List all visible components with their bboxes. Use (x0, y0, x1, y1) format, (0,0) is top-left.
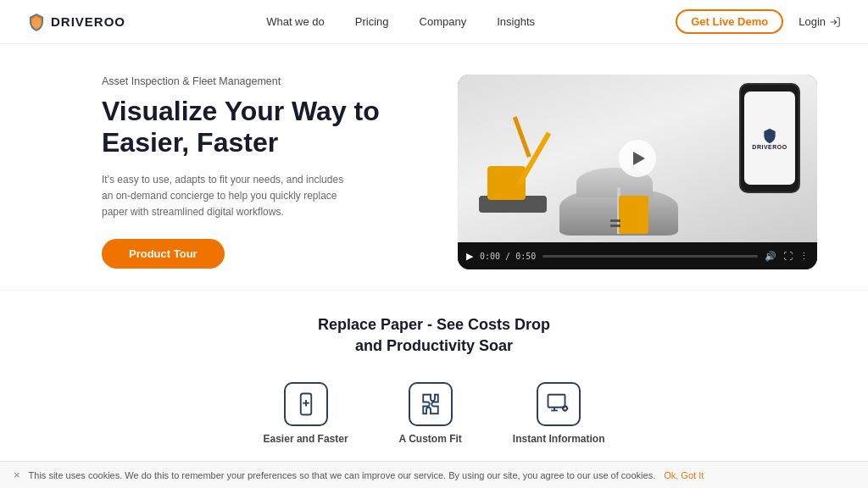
phone-plus-icon (293, 391, 319, 417)
navbar: DRIVEROO What we do Pricing Company Insi… (0, 0, 868, 44)
login-icon (829, 16, 841, 28)
replace-paper-section: Replace Paper - See Costs Dropand Produc… (0, 290, 868, 365)
cookie-bar: × This site uses cookies. We do this to … (0, 461, 868, 488)
video-controls-icons: 🔊 ⛶ ⋮ (765, 251, 809, 262)
nav-what-we-do[interactable]: What we do (266, 15, 325, 28)
video-progress-bar[interactable] (542, 255, 758, 258)
hero-section: Asset Inspection & Fleet Management Visu… (0, 44, 868, 290)
nav-company[interactable]: Company (420, 15, 467, 28)
volume-icon[interactable]: 🔊 (765, 251, 776, 262)
feature-custom-label: A Custom Fit (399, 433, 462, 445)
excavator-graphic (475, 158, 551, 225)
monitor-gear-icon (546, 391, 571, 417)
video-play-button[interactable] (619, 140, 656, 177)
features-row: Easier and Faster A Custom Fit Instant I… (0, 365, 868, 445)
video-play-icon[interactable]: ▶ (466, 251, 473, 262)
feature-custom-icon (409, 382, 453, 426)
hero-video[interactable]: DRIVEROO ▶ 0:00 / 0:50 🔊 ⛶ ⋮ (458, 75, 817, 269)
phone-mockup: DRIVEROO (739, 83, 800, 193)
logo-text: DRIVEROO (51, 14, 125, 29)
cookie-text: This site uses cookies. We do this to re… (29, 470, 656, 480)
video-controls: ▶ 0:00 / 0:50 🔊 ⛶ ⋮ (458, 242, 817, 269)
nav-pricing[interactable]: Pricing (355, 15, 389, 28)
fullscreen-icon[interactable]: ⛶ (783, 251, 793, 262)
phone-shield-icon (761, 127, 778, 144)
svg-point-6 (563, 407, 567, 411)
more-icon[interactable]: ⋮ (799, 251, 809, 262)
hero-subtitle: Asset Inspection & Fleet Management (102, 75, 424, 87)
nav-right: Get Live Demo Login (676, 9, 841, 34)
cookie-accept-link[interactable]: Ok, Got It (664, 470, 704, 480)
login-button[interactable]: Login (798, 15, 841, 28)
nav-links: What we do Pricing Company Insights (266, 15, 535, 28)
feature-custom: A Custom Fit (399, 382, 462, 445)
cookie-close-button[interactable]: × (14, 469, 20, 481)
section2-title: Replace Paper - See Costs Dropand Produc… (17, 314, 851, 357)
feature-faster-label: Easier and Faster (264, 433, 348, 445)
feature-instant: Instant Information (513, 382, 605, 445)
nav-insights[interactable]: Insights (497, 15, 535, 28)
svg-rect-3 (548, 395, 565, 408)
feature-faster: Easier and Faster (264, 382, 348, 445)
feature-faster-icon (284, 382, 328, 426)
product-tour-button[interactable]: Product Tour (102, 239, 225, 269)
forklift-graphic (610, 179, 657, 234)
get-live-demo-button[interactable]: Get Live Demo (676, 9, 783, 34)
logo[interactable]: DRIVEROO (27, 13, 125, 31)
hero-description: It's easy to use, adapts to fit your nee… (102, 172, 356, 221)
hero-left: Asset Inspection & Fleet Management Visu… (102, 75, 424, 269)
hero-title: Visualize Your Way to Easier, Faster (102, 96, 424, 158)
video-frame: DRIVEROO (458, 75, 817, 242)
video-time: 0:00 / 0:50 (480, 252, 536, 261)
logo-icon (27, 13, 46, 31)
feature-instant-label: Instant Information (513, 433, 605, 445)
puzzle-icon (418, 391, 443, 417)
feature-instant-icon (537, 382, 581, 426)
